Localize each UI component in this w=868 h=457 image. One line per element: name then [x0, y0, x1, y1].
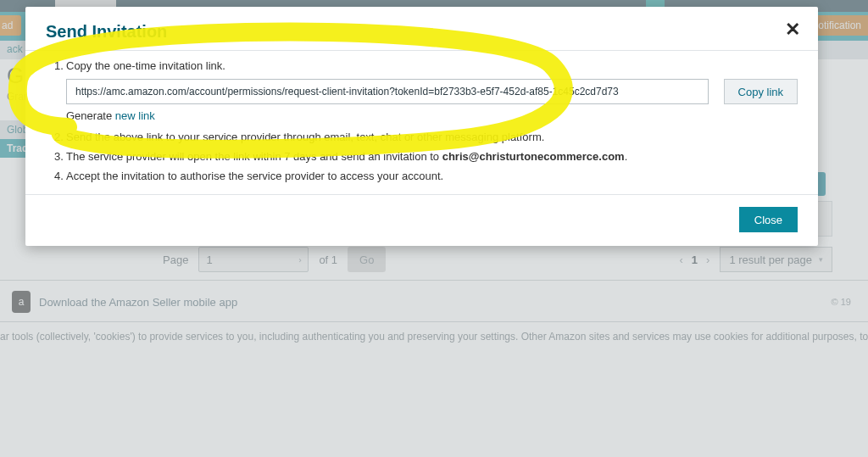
step-4-text: Accept the invitation to authorise the s…	[66, 170, 443, 182]
modal-title: Send Invitation	[46, 22, 798, 42]
close-icon[interactable]: ✕	[782, 20, 803, 41]
step-1-text: Copy the one-time invitation link.	[66, 59, 225, 72]
copy-link-button[interactable]: Copy link	[724, 79, 798, 104]
close-button[interactable]: Close	[739, 207, 798, 232]
invitation-link-input[interactable]	[66, 79, 709, 104]
step-4: 4.Accept the invitation to authorise the…	[54, 170, 798, 182]
step-2: 2.Send the above link to your service pr…	[54, 131, 798, 143]
step-1: 1.Copy the one-time invitation link.	[54, 59, 798, 72]
generate-new-link[interactable]: new link	[115, 109, 155, 122]
modal-body: 1.Copy the one-time invitation link. Cop…	[25, 59, 818, 182]
step-2-text: Send the above link to your service prov…	[66, 131, 544, 143]
step-3-email: chris@christurtonecommerce.com	[442, 150, 625, 163]
generate-prefix: Generate	[66, 109, 112, 122]
step-3-text-a: The service provider will open the link …	[66, 150, 442, 163]
generate-new-link-row: Generate new link	[66, 109, 798, 122]
step-3: 3.The service provider will open the lin…	[54, 150, 798, 163]
step-3-text-b: .	[625, 150, 628, 163]
send-invitation-modal: Send Invitation ✕ 1.Copy the one-time in…	[25, 7, 818, 246]
